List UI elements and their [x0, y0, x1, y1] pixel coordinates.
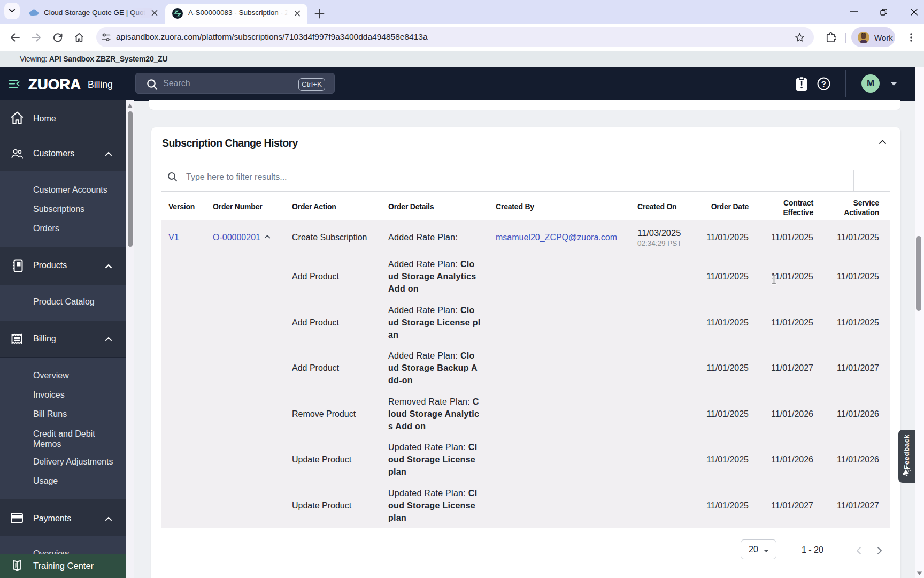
- svg-text:?: ?: [821, 79, 826, 88]
